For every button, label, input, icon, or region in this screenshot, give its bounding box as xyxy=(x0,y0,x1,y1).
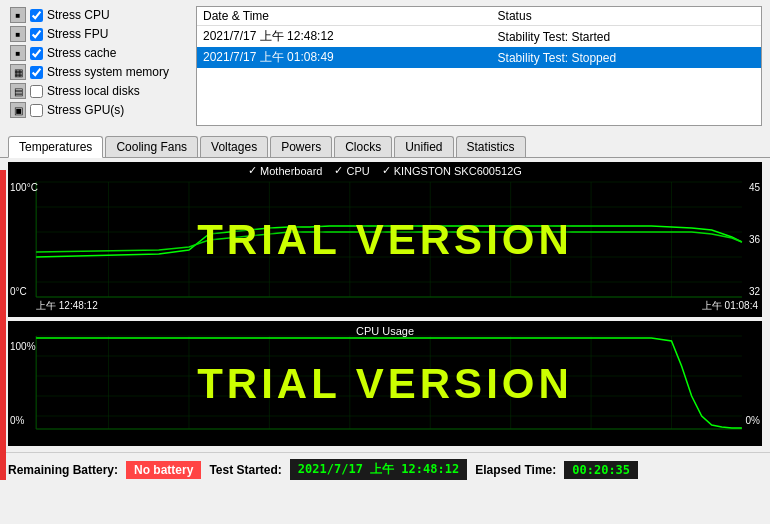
temp-y-top: 100°C xyxy=(10,182,38,193)
cache-icon: ■ xyxy=(10,45,26,61)
temp-y-axis-right: 45 36 32 xyxy=(749,182,760,297)
legend-ssd-check: ✓ xyxy=(382,164,391,177)
svg-rect-17 xyxy=(8,321,762,446)
fpu-icon: ■ xyxy=(10,26,26,42)
stress-cache-checkbox[interactable] xyxy=(30,47,43,60)
stress-disks-checkbox[interactable] xyxy=(30,85,43,98)
log-datetime-1: 2021/7/17 上午 12:48:12 xyxy=(197,26,492,48)
log-header-status: Status xyxy=(492,7,761,26)
usage-y-top: 100% xyxy=(10,341,36,352)
temp-y-axis-left: 100°C 0°C xyxy=(10,182,38,297)
usage-y-right: 0% xyxy=(746,415,760,426)
legend-motherboard: ✓ Motherboard xyxy=(248,164,322,177)
stress-item-cache: ■ Stress cache xyxy=(8,44,188,62)
stress-tests-panel: ■ Stress CPU ■ Stress FPU ■ Stress cache… xyxy=(8,6,188,126)
stress-cpu-label: Stress CPU xyxy=(47,8,110,22)
log-row-1[interactable]: 2021/7/17 上午 12:48:12 Stability Test: St… xyxy=(197,26,761,48)
stress-gpus-checkbox[interactable] xyxy=(30,104,43,117)
left-accent-bar xyxy=(0,170,6,480)
tab-clocks[interactable]: Clocks xyxy=(334,136,392,157)
stress-disks-label: Stress local disks xyxy=(47,84,140,98)
legend-cpu: ✓ CPU xyxy=(334,164,369,177)
temp-y-right-mid: 36 xyxy=(749,234,760,245)
stress-item-gpus: ▣ Stress GPU(s) xyxy=(8,101,188,119)
legend-cpu-check: ✓ xyxy=(334,164,343,177)
cpu-icon: ■ xyxy=(10,7,26,23)
memory-icon: ▦ xyxy=(10,64,26,80)
stress-item-fpu: ■ Stress FPU xyxy=(8,25,188,43)
stress-memory-label: Stress system memory xyxy=(47,65,169,79)
status-bar: Remaining Battery: No battery Test Start… xyxy=(0,452,770,486)
usage-chart-grid xyxy=(8,321,762,446)
stress-cpu-checkbox[interactable] xyxy=(30,9,43,22)
stress-fpu-label: Stress FPU xyxy=(47,27,108,41)
test-started-badge: 2021/7/17 上午 12:48:12 xyxy=(290,459,467,480)
legend-motherboard-label: Motherboard xyxy=(260,165,322,177)
stress-item-memory: ▦ Stress system memory xyxy=(8,63,188,81)
usage-y-axis-left: 100% 0% xyxy=(10,341,36,426)
log-row-2[interactable]: 2021/7/17 上午 01:08:49 Stability Test: St… xyxy=(197,47,761,68)
log-header-datetime: Date & Time xyxy=(197,7,492,26)
stress-memory-checkbox[interactable] xyxy=(30,66,43,79)
temp-y-right-top: 45 xyxy=(749,182,760,193)
log-status-1: Stability Test: Started xyxy=(492,26,761,48)
tab-unified[interactable]: Unified xyxy=(394,136,453,157)
battery-badge: No battery xyxy=(126,461,201,479)
top-section: ■ Stress CPU ■ Stress FPU ■ Stress cache… xyxy=(0,0,770,132)
stress-item-cpu: ■ Stress CPU xyxy=(8,6,188,24)
stress-item-disks: ▤ Stress local disks xyxy=(8,82,188,100)
test-started-label: Test Started: xyxy=(209,463,281,477)
usage-y-axis-right: 0% xyxy=(746,341,760,426)
svg-rect-0 xyxy=(8,162,762,317)
temp-chart-grid xyxy=(8,162,762,317)
stress-fpu-checkbox[interactable] xyxy=(30,28,43,41)
disks-icon: ▤ xyxy=(10,83,26,99)
temp-y-bottom: 0°C xyxy=(10,286,38,297)
legend-ssd-label: KINGSTON SKC600512G xyxy=(394,165,522,177)
tab-voltages[interactable]: Voltages xyxy=(200,136,268,157)
log-table: Date & Time Status 2021/7/17 上午 12:48:12… xyxy=(196,6,762,126)
tab-bar: Temperatures Cooling Fans Voltages Power… xyxy=(0,132,770,158)
usage-chart-title: CPU Usage xyxy=(8,323,762,339)
tab-cooling-fans[interactable]: Cooling Fans xyxy=(105,136,198,157)
charts-area: ✓ Motherboard ✓ CPU ✓ KINGSTON SKC600512… xyxy=(0,158,770,450)
stress-gpus-label: Stress GPU(s) xyxy=(47,103,124,117)
temperature-chart: ✓ Motherboard ✓ CPU ✓ KINGSTON SKC600512… xyxy=(8,162,762,317)
usage-y-bottom: 0% xyxy=(10,415,36,426)
legend-motherboard-check: ✓ xyxy=(248,164,257,177)
temp-y-right-low: 32 xyxy=(749,286,760,297)
battery-label: Remaining Battery: xyxy=(8,463,118,477)
stress-cache-label: Stress cache xyxy=(47,46,116,60)
legend-cpu-label: CPU xyxy=(346,165,369,177)
elapsed-badge: 00:20:35 xyxy=(564,461,638,479)
usage-chart: CPU Usage 100% 0% 0% TRIAL VERSION xyxy=(8,321,762,446)
tab-temperatures[interactable]: Temperatures xyxy=(8,136,103,158)
log-status-2: Stability Test: Stopped xyxy=(492,47,761,68)
temp-x-axis-right: 上午 01:08:4 xyxy=(702,299,758,313)
elapsed-label: Elapsed Time: xyxy=(475,463,556,477)
temp-chart-legend: ✓ Motherboard ✓ CPU ✓ KINGSTON SKC600512… xyxy=(8,164,762,177)
tab-powers[interactable]: Powers xyxy=(270,136,332,157)
gpus-icon: ▣ xyxy=(10,102,26,118)
temp-x-axis-left: 上午 12:48:12 xyxy=(36,299,98,313)
tab-statistics[interactable]: Statistics xyxy=(456,136,526,157)
log-datetime-2: 2021/7/17 上午 01:08:49 xyxy=(197,47,492,68)
legend-ssd: ✓ KINGSTON SKC600512G xyxy=(382,164,522,177)
